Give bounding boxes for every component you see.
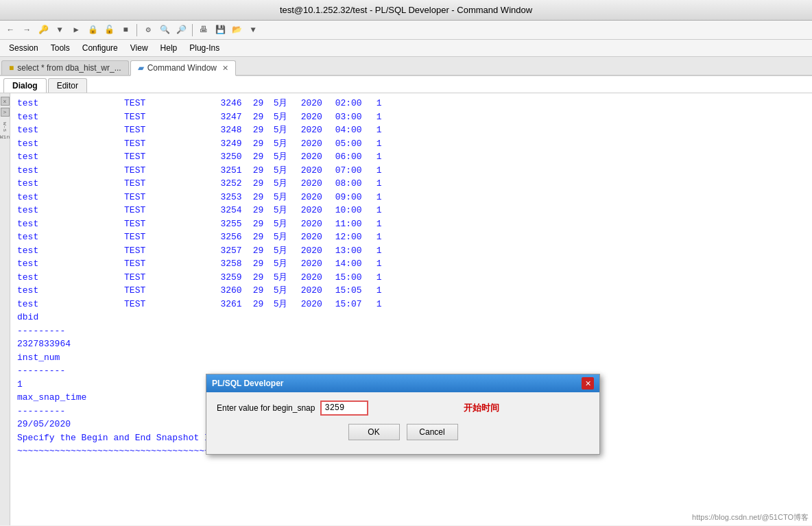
dialog-cancel-button[interactable]: Cancel [407,424,458,440]
dialog-body: Enter value for begin_snap 开始时间 OK Cance… [206,392,599,454]
dialog-label: Enter value for begin_snap [217,403,315,413]
begin-snap-input[interactable] [320,401,368,416]
modal-overlay: PL/SQL Developer ✕ Enter value for begin… [0,0,812,526]
dialog-hint: 开始时间 [374,402,589,414]
dialog-buttons: OK Cancel [217,424,589,446]
dialog-close-button[interactable]: ✕ [582,377,594,390]
dialog-ok-button[interactable]: OK [348,424,400,440]
dialog-input-row: Enter value for begin_snap 开始时间 [217,401,589,416]
dialog-box: PL/SQL Developer ✕ Enter value for begin… [206,374,600,455]
dialog-title-bar: PL/SQL Developer ✕ [206,374,599,392]
dialog-title: PL/SQL Developer [212,379,283,388]
